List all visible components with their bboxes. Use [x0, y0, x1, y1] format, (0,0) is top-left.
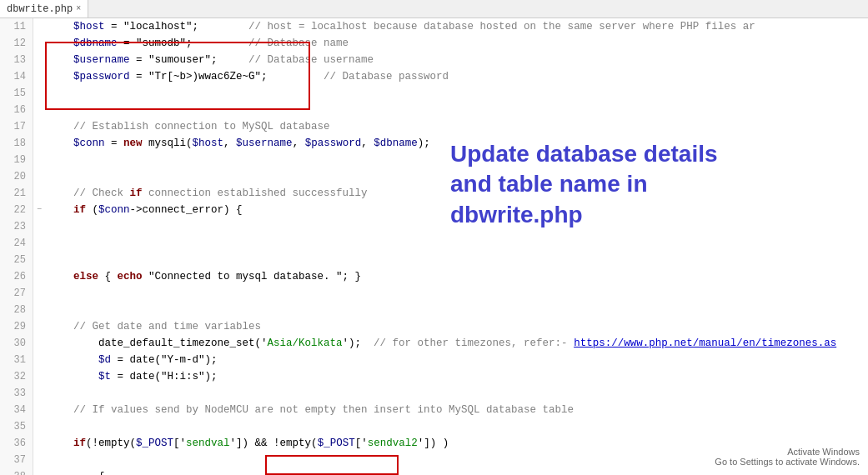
- code-line: 28: [0, 302, 868, 318]
- line-number: 22: [0, 202, 33, 218]
- watermark-line1: Activate Windows: [715, 447, 860, 457]
- line-code-content: $dbname = "sumodb"; // Database name: [45, 35, 349, 52]
- line-number: 31: [0, 352, 33, 368]
- line-code-content: {: [45, 468, 105, 475]
- line-number: 30: [0, 335, 33, 352]
- code-line: 26 else { echo "Connected to mysql datab…: [0, 268, 868, 285]
- line-number: 19: [0, 152, 33, 168]
- code-line: 12 $dbname = "sumodb"; // Database name: [0, 35, 868, 52]
- code-line: 20: [0, 168, 868, 185]
- line-number: 20: [0, 168, 33, 185]
- line-code-content: if(!empty($_POST['sendval']) && !empty($…: [45, 435, 449, 452]
- line-number: 35: [0, 418, 33, 435]
- code-line: 16: [0, 102, 868, 118]
- code-line: 24: [0, 235, 868, 252]
- code-line: 32 $t = date("H:i:s");: [0, 368, 868, 385]
- code-line: 18 $conn = new mysqli($host, $username, …: [0, 135, 868, 152]
- line-number: 18: [0, 135, 33, 152]
- code-line: 19: [0, 152, 868, 168]
- code-line: 22− if ($conn->connect_error) {: [0, 202, 868, 218]
- code-line: 15: [0, 85, 868, 102]
- line-number: 27: [0, 285, 33, 302]
- line-code-content: $host = "localhost"; // host = localhost…: [45, 18, 755, 35]
- line-number: 29: [0, 318, 33, 335]
- code-lines: 11 $host = "localhost"; // host = localh…: [0, 18, 868, 475]
- line-number: 37: [0, 452, 33, 468]
- line-collapse-indicator[interactable]: −: [33, 202, 45, 218]
- code-line: 17 // Establish connection to MySQL data…: [0, 118, 868, 135]
- code-line: 13 $username = "sumouser"; // Database u…: [0, 52, 868, 68]
- line-code-content: // Check if connection established succe…: [45, 185, 368, 202]
- line-number: 15: [0, 85, 33, 102]
- activate-watermark: Activate Windows Go to Settings to activ…: [715, 447, 860, 467]
- line-code-content: date_default_timezone_set('Asia/Kolkata'…: [45, 335, 836, 352]
- line-number: 13: [0, 52, 33, 68]
- line-number: 24: [0, 235, 33, 252]
- code-line: 14 $password = "Tr[~b>)wwac6Ze~G"; // Da…: [0, 68, 868, 85]
- code-line: 34 // If values send by NodeMCU are not …: [0, 402, 868, 418]
- tab-dbwrite[interactable]: dbwrite.php ×: [0, 0, 88, 18]
- line-code-content: else { echo "Connected to mysql database…: [45, 268, 361, 285]
- code-line: 33: [0, 385, 868, 402]
- line-code-content: // Establish connection to MySQL databas…: [45, 118, 330, 135]
- code-line: 21 // Check if connection established su…: [0, 185, 868, 202]
- code-line: 38− {: [0, 468, 868, 475]
- line-number: 26: [0, 268, 33, 285]
- line-code-content: $username = "sumouser"; // Database user…: [45, 52, 374, 68]
- code-line: 27: [0, 285, 868, 302]
- tab-label: dbwrite.php: [7, 3, 73, 15]
- line-number: 25: [0, 252, 33, 268]
- line-number: 16: [0, 102, 33, 118]
- line-number: 21: [0, 185, 33, 202]
- code-area: 11 $host = "localhost"; // host = localh…: [0, 18, 868, 475]
- line-number: 28: [0, 302, 33, 318]
- line-number: 33: [0, 385, 33, 402]
- line-code-content: $conn = new mysqli($host, $username, $pa…: [45, 135, 430, 152]
- line-collapse-indicator[interactable]: −: [33, 468, 45, 475]
- code-line: 29 // Get date and time variables: [0, 318, 868, 335]
- line-number: 38: [0, 468, 33, 475]
- line-code-content: $d = date("Y-m-d");: [45, 352, 218, 368]
- code-line: 11 $host = "localhost"; // host = localh…: [0, 18, 868, 35]
- tab-bar: dbwrite.php ×: [0, 0, 868, 18]
- line-number: 12: [0, 35, 33, 52]
- line-number: 17: [0, 118, 33, 135]
- line-code-content: // Get date and time variables: [45, 318, 261, 335]
- tab-close-icon[interactable]: ×: [76, 4, 81, 13]
- line-number: 32: [0, 368, 33, 385]
- code-line: 31 $d = date("Y-m-d");: [0, 352, 868, 368]
- line-code-content: $t = date("H:i:s");: [45, 368, 218, 385]
- line-number: 34: [0, 402, 33, 418]
- code-line: 35: [0, 418, 868, 435]
- line-number: 23: [0, 218, 33, 235]
- line-number: 36: [0, 435, 33, 452]
- line-code-content: if ($conn->connect_error) {: [45, 202, 243, 218]
- line-number: 11: [0, 18, 33, 35]
- code-line: 30 date_default_timezone_set('Asia/Kolka…: [0, 335, 868, 352]
- code-line: 25: [0, 252, 868, 268]
- watermark-line2: Go to Settings to activate Windows.: [715, 457, 860, 467]
- line-number: 14: [0, 68, 33, 85]
- code-line: 23: [0, 218, 868, 235]
- line-code-content: $password = "Tr[~b>)wwac6Ze~G"; // Datab…: [45, 68, 449, 85]
- line-code-content: // If values send by NodeMCU are not emp…: [45, 402, 574, 418]
